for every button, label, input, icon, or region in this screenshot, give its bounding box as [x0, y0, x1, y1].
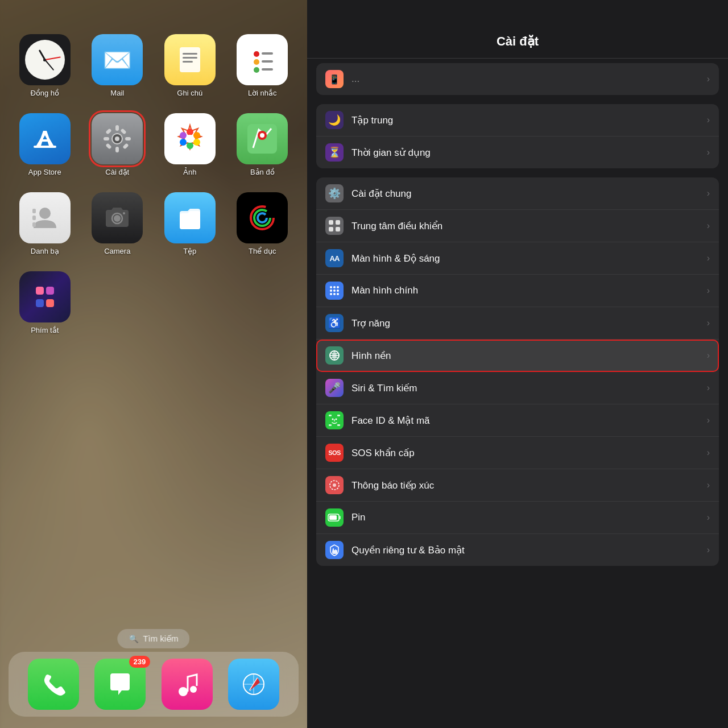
exposure-icon	[325, 476, 344, 494]
svg-point-61	[333, 289, 336, 292]
svg-rect-1	[183, 53, 197, 55]
svg-point-57	[330, 286, 332, 288]
svg-rect-43	[36, 287, 44, 295]
camera-icon	[92, 192, 143, 243]
svg-rect-17	[106, 128, 112, 134]
notes-icon	[164, 34, 216, 85]
settings-row-siri[interactable]: 🎤 Siri & Tìm kiếm ›	[316, 372, 719, 404]
app-photos[interactable]: Ảnh	[156, 113, 224, 176]
svg-point-27	[180, 139, 187, 146]
app-settings[interactable]: Cài đặt	[84, 113, 151, 176]
app-maps[interactable]: Bản đồ	[229, 113, 296, 176]
maps-icon	[237, 113, 288, 164]
wallpaper-icon	[325, 346, 344, 365]
clock-label: Đồng hồ	[30, 89, 59, 97]
app-grid: Đồng hồ ✉️ Mail Ghi chú	[11, 34, 296, 334]
privacy-icon	[325, 541, 344, 559]
screentime-icon: ⏳	[325, 143, 344, 162]
app-contacts[interactable]: Danh bạ	[11, 192, 78, 255]
svg-point-65	[337, 293, 339, 295]
settings-row-wallpaper[interactable]: Hình nền ›	[316, 340, 719, 372]
general-icon: ⚙️	[325, 184, 344, 202]
settings-row-display[interactable]: AA Màn hình & Độ sáng ›	[316, 242, 719, 275]
svg-point-28	[180, 132, 187, 139]
app-notes[interactable]: Ghi chú	[156, 34, 224, 97]
settings-row-top[interactable]: 📱 ... ›	[316, 63, 719, 95]
app-fitness[interactable]: Thể dục	[229, 192, 296, 255]
row-top-chevron: ›	[707, 74, 710, 84]
photos-icon	[164, 113, 216, 164]
settings-row-screentime[interactable]: ⏳ Thời gian sử dụng ›	[316, 136, 719, 168]
faceid-chevron: ›	[707, 415, 710, 425]
svg-rect-44	[46, 287, 54, 295]
general-chevron: ›	[707, 188, 710, 198]
accessibility-chevron: ›	[707, 318, 710, 328]
settings-row-privacy[interactable]: Quyền riêng tư & Bảo mật ›	[316, 534, 719, 566]
reminders-icon	[237, 34, 288, 85]
row-top-icon: 📱	[325, 70, 344, 88]
svg-rect-7	[262, 52, 273, 55]
svg-rect-45	[36, 299, 44, 307]
search-text: Tìm kiếm	[143, 634, 178, 644]
reminders-label: Lời nhắc	[248, 89, 277, 97]
settings-row-focus[interactable]: 🌙 Tập trung ›	[316, 104, 719, 136]
svg-rect-79	[329, 515, 337, 520]
svg-rect-13	[115, 125, 119, 131]
wallpaper-label: Hình nền	[351, 350, 702, 362]
sos-icon: SOS	[325, 444, 344, 462]
app-files[interactable]: Tệp	[156, 192, 224, 255]
search-bar[interactable]: 🔍 Tìm kiếm	[117, 629, 189, 648]
settings-row-general[interactable]: ⚙️ Cài đặt chung ›	[316, 177, 719, 210]
svg-point-24	[193, 132, 200, 139]
svg-point-63	[330, 293, 332, 295]
svg-point-73	[336, 419, 337, 420]
svg-rect-8	[262, 60, 273, 63]
svg-point-60	[330, 289, 332, 292]
svg-point-25	[193, 139, 200, 146]
appstore-icon: A	[19, 113, 71, 164]
svg-point-42	[258, 213, 267, 222]
general-label: Cài đặt chung	[351, 188, 702, 200]
contacts-icon	[19, 192, 71, 243]
app-mail[interactable]: ✉️ Mail	[84, 34, 151, 97]
app-reminders[interactable]: Lời nhắc	[229, 34, 296, 97]
display-chevron: ›	[707, 253, 710, 263]
home-content: Đồng hồ ✉️ Mail Ghi chú	[0, 0, 307, 728]
app-appstore[interactable]: A App Store	[11, 113, 78, 176]
settings-row-battery[interactable]: Pin ›	[316, 502, 719, 534]
svg-rect-16	[125, 137, 131, 140]
exposure-label: Thông báo tiếp xúc	[351, 479, 702, 491]
settings-section-2: ⚙️ Cài đặt chung › Trung tâm điều khiển …	[316, 177, 719, 566]
svg-rect-34	[32, 209, 36, 213]
homescreen-chevron: ›	[707, 286, 710, 296]
settings-title: Cài đặt	[318, 34, 717, 49]
svg-point-33	[39, 208, 51, 219]
svg-point-38	[114, 215, 121, 222]
privacy-chevron: ›	[707, 545, 710, 555]
settings-row-controlcenter[interactable]: Trung tâm điều khiển ›	[316, 210, 719, 242]
settings-row-exposure[interactable]: Thông báo tiếp xúc ›	[316, 469, 719, 502]
settings-row-accessibility[interactable]: ♿ Trợ năng ›	[316, 307, 719, 340]
accessibility-icon: ♿	[325, 314, 344, 332]
svg-point-64	[333, 293, 336, 295]
row-top-label: ...	[351, 73, 702, 85]
settings-section-1: 🌙 Tập trung › ⏳ Thời gian sử dụng ›	[316, 104, 719, 168]
battery-icon	[325, 508, 344, 527]
app-camera[interactable]: Camera	[84, 192, 151, 255]
app-shortcuts[interactable]: Phím tắt	[11, 271, 78, 334]
app-clock[interactable]: Đồng hồ	[11, 34, 78, 97]
svg-point-5	[254, 59, 259, 65]
svg-rect-3	[183, 61, 193, 63]
svg-rect-71	[337, 424, 340, 426]
siri-label: Siri & Tìm kiếm	[351, 382, 702, 394]
camera-label: Camera	[104, 247, 130, 255]
appstore-label: App Store	[28, 168, 61, 176]
settings-row-faceid[interactable]: Face ID & Mật mã ›	[316, 404, 719, 437]
home-screen: Đồng hồ ✉️ Mail Ghi chú	[0, 0, 307, 728]
faceid-icon	[325, 411, 344, 429]
svg-point-72	[332, 419, 334, 420]
settings-row-sos[interactable]: SOS SOS khẩn cấp ›	[316, 437, 719, 469]
svg-rect-9	[262, 68, 273, 71]
settings-row-homescreen[interactable]: Màn hình chính ›	[316, 275, 719, 307]
svg-rect-68	[329, 415, 332, 416]
